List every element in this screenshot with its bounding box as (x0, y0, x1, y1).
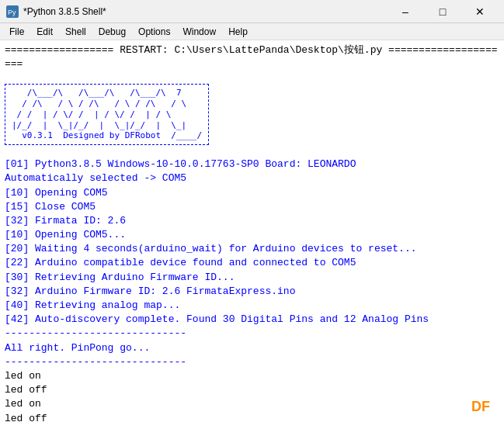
output-line: [22] Arduino compatible device found and… (5, 256, 499, 270)
window-title: *Python 3.8.5 Shell* (23, 6, 106, 17)
ascii-art-pre: /\___/\ /\___/\ /\___/\ 7 / /\ / \ / /\ … (12, 88, 202, 141)
output-lines: [01] Python3.8.5 Windows-10-10.0.17763-S… (5, 157, 499, 426)
output-line: All right. PinPong go... (5, 341, 499, 355)
shell-content[interactable]: ================== RESTART: C:\Users\Lat… (0, 40, 504, 429)
menu-debug[interactable]: Debug (92, 25, 132, 39)
menu-window[interactable]: Window (176, 25, 222, 39)
output-line: led on (5, 369, 499, 383)
output-line: [32] Arduino Firmware ID: 2.6 FirmataExp… (5, 285, 499, 299)
title-buttons: – □ ✕ (388, 3, 498, 20)
title-left: Py *Python 3.8.5 Shell* (6, 5, 106, 18)
output-line: led off (5, 383, 499, 397)
ascii-art-container: /\___/\ /\___/\ /\___/\ 7 / /\ / \ / /\ … (5, 78, 499, 151)
output-line: [10] Opening COM5 (5, 186, 499, 200)
output-line: ------------------------------ (5, 327, 499, 341)
minimize-button[interactable]: – (388, 3, 423, 20)
menu-shell[interactable]: Shell (59, 25, 92, 39)
output-line: [20] Waiting 4 seconds(arduino_wait) for… (5, 242, 499, 256)
svg-text:Py: Py (8, 9, 16, 16)
restart-line: ================== RESTART: C:\Users\Lat… (5, 43, 499, 57)
menu-help[interactable]: Help (222, 25, 254, 39)
df-watermark: DF (471, 399, 490, 415)
title-bar: Py *Python 3.8.5 Shell* – □ ✕ (0, 0, 504, 23)
maximize-button[interactable]: □ (425, 3, 461, 20)
output-line: led on (5, 397, 499, 411)
menu-edit[interactable]: Edit (30, 25, 59, 39)
output-line: [42] Auto-discovery complete. Found 30 D… (5, 313, 499, 327)
python-icon: Py (6, 5, 19, 18)
output-line: Automatically selected -> COM5 (5, 171, 499, 185)
restart-line2: === (5, 57, 499, 71)
output-line: [32] Firmata ID: 2.6 (5, 214, 499, 228)
menu-bar: File Edit Shell Debug Options Window Hel… (0, 23, 504, 40)
output-line: [10] Opening COM5... (5, 228, 499, 242)
output-line: [40] Retrieving analog map... (5, 299, 499, 313)
close-button[interactable]: ✕ (462, 3, 498, 20)
menu-file[interactable]: File (3, 25, 30, 39)
output-line: ------------------------------ (5, 355, 499, 369)
ascii-art-box: /\___/\ /\___/\ /\___/\ 7 / /\ / \ / /\ … (5, 84, 209, 145)
output-line: [15] Close COM5 (5, 200, 499, 214)
output-line: [01] Python3.8.5 Windows-10-10.0.17763-S… (5, 157, 499, 171)
output-line: [30] Retrieving Arduino Firmware ID... (5, 271, 499, 285)
output-line: led off (5, 412, 499, 426)
menu-options[interactable]: Options (132, 25, 176, 39)
